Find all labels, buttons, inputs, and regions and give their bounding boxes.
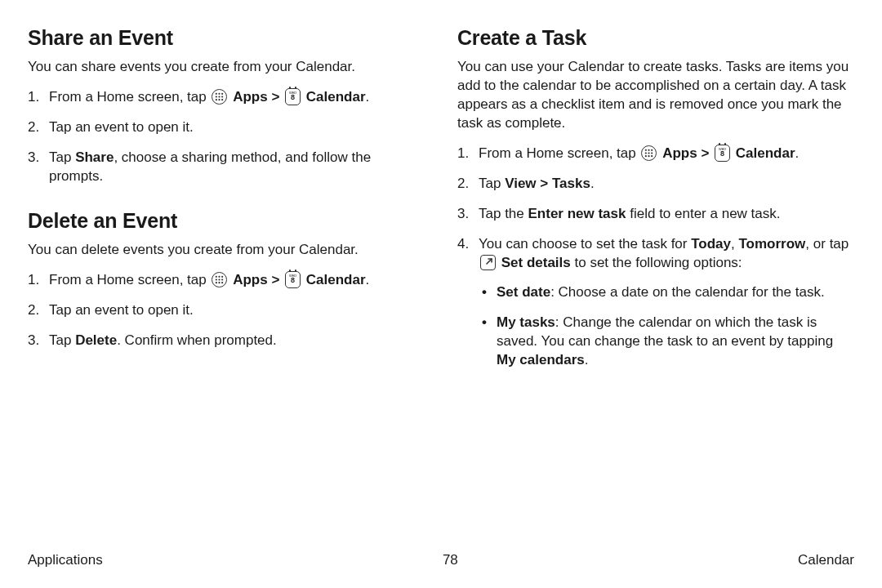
- delete-step-1: From a Home screen, tap Apps > WED8 Cale…: [28, 271, 425, 290]
- svg-point-7: [219, 99, 220, 100]
- delete-event-section: Delete an Event You can delete events yo…: [28, 209, 425, 350]
- task-step-1: From a Home screen, tap Apps > WED8 Cale…: [457, 145, 854, 163]
- task-step-4: You can choose to set the task for Today…: [457, 235, 854, 371]
- right-column: Create a Task You can use your Calendar …: [457, 26, 854, 393]
- apps-label: Apps: [233, 272, 268, 287]
- svg-point-10: [219, 275, 220, 277]
- delete-event-heading: Delete an Event: [28, 209, 425, 233]
- share-event-steps: From a Home screen, tap Apps > WED8 Cale…: [28, 88, 425, 186]
- svg-point-15: [216, 282, 217, 283]
- option-set-date: Set date: Choose a date on the calendar …: [479, 283, 854, 302]
- share-step-3: Tap Share, choose a sharing method, and …: [28, 149, 425, 186]
- svg-point-8: [222, 99, 224, 100]
- option-my-tasks: My tasks: Change the calendar on which t…: [479, 314, 854, 370]
- apps-label: Apps: [233, 89, 268, 105]
- task-step-3: Tap the Enter new task field to enter a …: [457, 205, 854, 224]
- svg-point-11: [222, 275, 224, 277]
- calendar-icon: WED8: [285, 88, 301, 105]
- share-step-2: Tap an event to open it.: [28, 118, 425, 137]
- calendar-icon: WED8: [285, 271, 301, 288]
- expand-icon: [480, 255, 496, 270]
- create-task-section: Create a Task You can use your Calendar …: [457, 26, 854, 370]
- apps-icon: [212, 272, 227, 287]
- footer-right: Calendar: [798, 552, 854, 568]
- svg-point-14: [222, 278, 224, 280]
- svg-point-17: [222, 282, 224, 283]
- footer-page-number: 78: [443, 552, 458, 568]
- create-task-intro: You can use your Calendar to create task…: [457, 58, 854, 133]
- delete-step-3: Tap Delete. Confirm when prompted.: [28, 332, 425, 350]
- svg-point-19: [648, 149, 650, 150]
- share-event-heading: Share an Event: [28, 26, 425, 50]
- svg-point-18: [645, 149, 647, 150]
- delete-step-2: Tap an event to open it.: [28, 301, 425, 320]
- svg-point-9: [216, 275, 217, 277]
- apps-icon: [212, 89, 227, 105]
- svg-point-23: [652, 152, 653, 154]
- svg-point-12: [216, 278, 217, 280]
- task-step-2: Tap View > Tasks.: [457, 175, 854, 194]
- svg-point-1: [219, 93, 220, 95]
- delete-event-steps: From a Home screen, tap Apps > WED8 Cale…: [28, 271, 425, 350]
- calendar-label: Calendar: [306, 272, 366, 287]
- svg-point-22: [648, 152, 650, 154]
- svg-point-25: [648, 155, 650, 157]
- svg-point-26: [652, 155, 653, 157]
- calendar-label: Calendar: [736, 145, 795, 161]
- share-event-intro: You can share events you create from you…: [28, 58, 425, 77]
- share-event-section: Share an Event You can share events you …: [28, 26, 425, 186]
- page-footer: Applications 78 Calendar: [28, 552, 854, 568]
- svg-point-21: [645, 152, 647, 154]
- apps-label: Apps: [662, 145, 697, 161]
- calendar-label: Calendar: [306, 89, 366, 105]
- svg-point-13: [219, 278, 220, 280]
- apps-icon: [641, 145, 657, 161]
- svg-point-4: [219, 96, 220, 97]
- svg-point-20: [652, 149, 653, 150]
- left-column: Share an Event You can share events you …: [28, 26, 425, 393]
- create-task-steps: From a Home screen, tap Apps > WED8 Cale…: [457, 145, 854, 370]
- footer-left: Applications: [28, 552, 103, 568]
- create-task-heading: Create a Task: [457, 26, 854, 50]
- svg-point-3: [216, 96, 217, 97]
- svg-point-5: [222, 96, 224, 97]
- svg-point-2: [222, 93, 224, 95]
- task-step-4-options: Set date: Choose a date on the calendar …: [479, 283, 854, 370]
- svg-point-6: [216, 99, 217, 100]
- delete-event-intro: You can delete events you create from yo…: [28, 241, 425, 260]
- svg-point-24: [645, 155, 647, 157]
- share-step-1: From a Home screen, tap Apps > WED8 Cale…: [28, 88, 425, 107]
- svg-point-16: [219, 282, 220, 283]
- svg-point-0: [216, 93, 217, 95]
- calendar-icon: WED8: [715, 145, 730, 162]
